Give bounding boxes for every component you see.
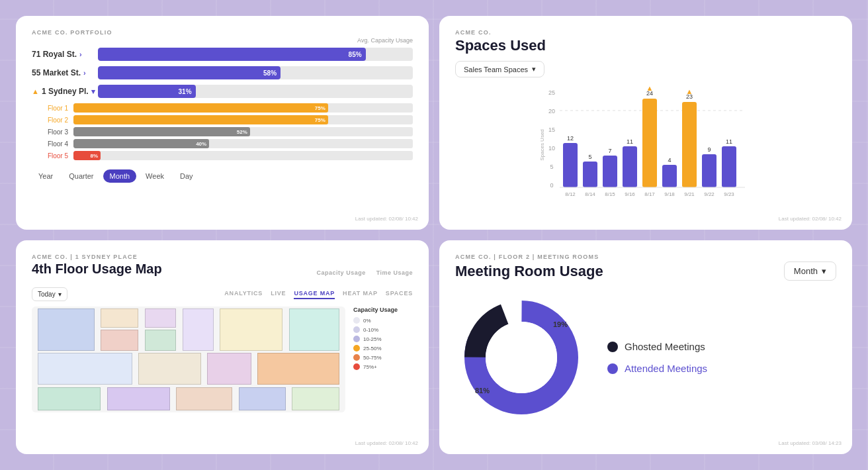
legend-item-5: 75%+ <box>353 363 413 370</box>
svg-text:7: 7 <box>608 148 611 154</box>
tab-heat-map[interactable]: HEAT MAP <box>343 290 378 299</box>
floor-section: Floor 1 75% Floor 2 75% Floor 3 52% <box>32 103 413 160</box>
svg-text:Spaces Used: Spaces Used <box>539 129 545 161</box>
svg-text:10: 10 <box>548 145 555 152</box>
svg-text:15: 15 <box>548 126 555 133</box>
floor-row-3: Floor 3 52% <box>32 127 413 136</box>
legend-circle-ghosted <box>607 342 618 352</box>
location-arrow-3: ▾ <box>91 87 95 96</box>
legend-dot-5 <box>353 363 360 370</box>
header-labels: Capacity Usage Time Usage <box>317 269 413 276</box>
location-bar-fill-2: 58% <box>98 66 281 79</box>
legend-dot-4 <box>353 354 360 361</box>
location-row-3: ▲ 1 Sydney Pl. ▾ 31% <box>32 85 413 98</box>
donut-svg <box>455 291 587 424</box>
map-header-row: Today ▾ ANALYTICS LIVE USAGE MAP HEAT MA… <box>32 287 413 301</box>
tab-live[interactable]: LIVE <box>271 290 286 299</box>
spaces-title: Spaces Used <box>455 37 836 54</box>
svg-text:▲: ▲ <box>686 87 693 95</box>
location-bar-fill-3: 31% <box>98 85 196 98</box>
svg-text:8/17: 8/17 <box>644 191 655 197</box>
svg-text:4: 4 <box>668 157 671 164</box>
svg-text:9/23: 9/23 <box>724 191 734 197</box>
legend-item-1: 0-10% <box>353 326 413 333</box>
location-bar-fill-1: 85% <box>98 48 366 61</box>
floor-name-5: Floor 5 <box>32 152 68 160</box>
spaces-card: ACME CO. Spaces Used Sales Team Spaces ▾… <box>439 16 852 230</box>
svg-text:0: 0 <box>550 182 553 189</box>
bar-6 <box>682 102 697 187</box>
donut-inner <box>486 322 557 393</box>
svg-text:11: 11 <box>627 138 633 145</box>
location-name-2[interactable]: 55 Market St. › <box>32 68 98 77</box>
meeting-legend: Ghosted Meetings Attended Meetings <box>607 341 707 374</box>
meeting-rooms-card: ACME CO. | FLOOR 2 | MEETING ROOMS Meeti… <box>439 240 852 454</box>
avg-capacity-label: Avg. Capacity Usage <box>32 37 413 44</box>
portfolio-subtitle: ACME CO. PORTFOLIO <box>32 29 413 36</box>
svg-text:8/12: 8/12 <box>565 191 576 197</box>
donut-label-attended: 81% <box>475 387 490 395</box>
svg-text:8/14: 8/14 <box>585 191 595 197</box>
floor-map-subtitle: ACME CO. | 1 SYDNEY PLACE <box>32 254 413 260</box>
location-name-3[interactable]: ▲ 1 Sydney Pl. ▾ <box>32 87 98 96</box>
svg-text:9/18: 9/18 <box>664 191 675 197</box>
svg-text:9/22: 9/22 <box>704 191 715 197</box>
svg-text:12: 12 <box>567 135 574 142</box>
spaces-chart: 25 20 15 10 5 0 Spaces Used 12 5 7 1 <box>455 85 836 198</box>
spaces-dropdown[interactable]: Sales Team Spaces ▾ <box>455 61 544 77</box>
svg-text:20: 20 <box>548 108 555 115</box>
floor-name-1: Floor 1 <box>32 105 68 112</box>
legend-dot-0 <box>353 317 360 324</box>
month-chevron-icon: ▾ <box>822 266 826 276</box>
svg-text:11: 11 <box>726 138 732 145</box>
time-btn-year[interactable]: Year <box>32 169 60 183</box>
legend-item-2: 10-25% <box>353 336 413 342</box>
legend-dot-1 <box>353 326 360 333</box>
location-bar-2: 58% <box>98 66 413 79</box>
bar-0 <box>563 143 578 187</box>
legend-row-ghosted: Ghosted Meetings <box>607 341 707 352</box>
svg-text:9: 9 <box>707 146 711 153</box>
time-btn-day[interactable]: Day <box>173 169 200 183</box>
tab-spaces[interactable]: SPACES <box>386 290 413 299</box>
floor-row-4: Floor 4 40% <box>32 139 413 148</box>
legend-label-ghosted: Ghosted Meetings <box>625 341 705 352</box>
month-dropdown[interactable]: Month ▾ <box>784 261 836 281</box>
svg-text:5: 5 <box>588 154 591 160</box>
bar-2 <box>603 156 617 187</box>
bar-4 <box>642 99 657 187</box>
bar-8 <box>722 146 736 187</box>
time-nav: Year Quarter Month Week Day <box>32 169 413 183</box>
bar-5 <box>662 165 677 187</box>
floor-map-card: ACME CO. | 1 SYDNEY PLACE 4th Floor Usag… <box>16 240 429 454</box>
tab-analytics[interactable]: ANALYTICS <box>224 290 263 299</box>
bar-chart-svg: 25 20 15 10 5 0 Spaces Used 12 5 7 1 <box>455 85 836 198</box>
legend-circle-attended <box>607 363 618 374</box>
view-tabs: ANALYTICS LIVE USAGE MAP HEAT MAP SPACES <box>224 290 413 299</box>
location-name-1[interactable]: 71 Royal St. › <box>32 50 98 59</box>
tab-usage-map[interactable]: USAGE MAP <box>294 290 335 299</box>
floor-bar-3: 52% <box>73 127 413 136</box>
today-select[interactable]: Today ▾ <box>32 287 67 301</box>
time-btn-quarter[interactable]: Quarter <box>62 169 100 183</box>
donut-chart: 19% 81% <box>455 291 587 424</box>
floor-row-5: Floor 5 8% <box>32 151 413 160</box>
location-arrow-1: › <box>79 50 82 58</box>
portfolio-last-updated: Last updated: 02/08/ 10:42 <box>355 216 418 222</box>
floor-row-2: Floor 2 75% <box>32 115 413 124</box>
legend-item-3: 25-50% <box>353 345 413 352</box>
map-content: Capacity Usage 0% 0-10% 10-25% 25-50% 50… <box>32 306 413 412</box>
meeting-subtitle: ACME CO. | FLOOR 2 | MEETING ROOMS <box>455 254 836 260</box>
floor-row-1: Floor 1 75% <box>32 103 413 113</box>
floor-map-title: 4th Floor Usage Map <box>32 261 162 277</box>
portfolio-card: ACME CO. PORTFOLIO Avg. Capacity Usage 7… <box>16 16 429 230</box>
legend-item-4: 50-75% <box>353 354 413 361</box>
floor-name-3: Floor 3 <box>32 128 68 136</box>
legend-title: Capacity Usage <box>353 306 413 313</box>
spaces-subtitle: ACME CO. <box>455 29 836 36</box>
time-btn-week[interactable]: Week <box>139 169 171 183</box>
time-btn-month[interactable]: Month <box>103 169 137 183</box>
bar-3 <box>623 146 637 187</box>
floor-bar-2: 75% <box>73 115 413 124</box>
location-arrow-2: › <box>83 69 86 77</box>
